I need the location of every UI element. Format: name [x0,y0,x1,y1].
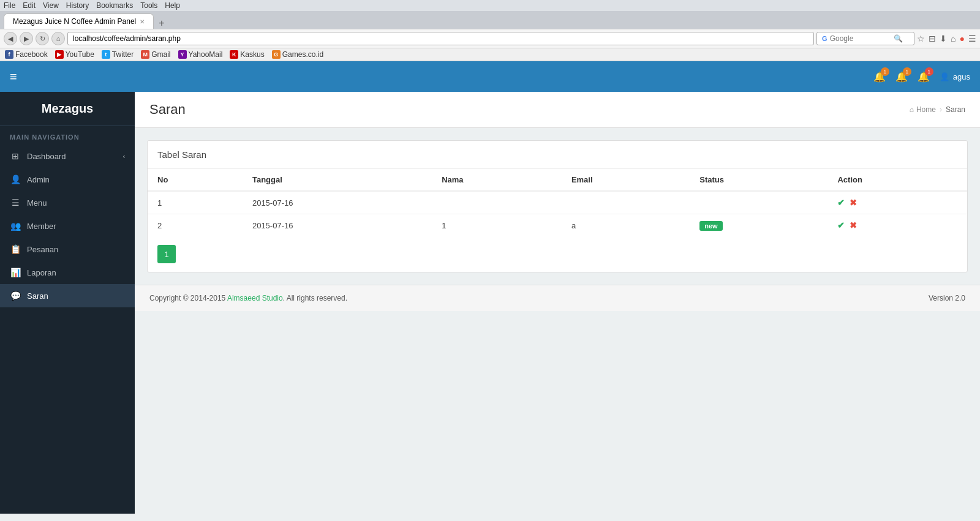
row2-no: 2 [148,214,243,237]
menu-file[interactable]: File [4,1,15,10]
bookmark-yahoomail[interactable]: Y YahooMail [178,50,223,59]
laporan-icon: 📊 [10,268,21,277]
topbar-right: 🔔 1 🔔 1 🔔 1 👤 agus [873,71,970,83]
row2-action: ✔ ✖ [827,214,967,237]
menu-history[interactable]: History [66,1,89,10]
menu-bookmarks[interactable]: Bookmarks [96,1,133,10]
sidebar-brand: Mezagus [0,92,135,126]
sidebar-nav-label: Main Navigation [0,126,135,144]
breadcrumb-separator: › [940,105,942,114]
bookmark-star-icon[interactable]: ☆ [917,34,925,43]
saran-table: No Tanggal Nama Email Status Action 1 [148,169,967,236]
sidebar-item-laporan[interactable]: 📊 Laporan [0,261,135,284]
search-input[interactable] [830,34,891,43]
bookmark-games[interactable]: G Games.co.id [272,50,323,59]
search-icon[interactable]: 🔍 [894,34,903,43]
company-link[interactable]: Almsaeed Studio [227,294,283,302]
user-icon: 👤 [940,72,949,81]
topbar-user[interactable]: 👤 agus [940,72,970,81]
row2-nama: 1 [432,214,562,237]
tab-title: Mezagus Juice N Coffee Admin Panel [13,17,136,26]
topbar: ≡ 🔔 1 🔔 1 🔔 1 👤 agus [0,61,980,92]
menu-help[interactable]: Help [165,1,180,10]
sidebar-member-label: Member [27,222,56,231]
sidebar-dashboard-label: Dashboard [27,152,66,161]
address-input[interactable] [73,34,809,43]
toolbar-icons: ☆ ⊟ ⬇ ⌂ ● ☰ [917,34,976,43]
table-row: 2 2015-07-16 1 a new ✔ ✖ [148,214,967,237]
sidebar-item-dashboard[interactable]: ⊞ Dashboard ‹ [0,144,135,168]
table-row: 1 2015-07-16 ✔ ✖ [148,191,967,214]
app-wrapper: ≡ 🔔 1 🔔 1 🔔 1 👤 agus Mezagus [0,61,980,514]
main-content: Saran ⌂ Home › Saran Tabel Saran [135,92,980,514]
notification-alert[interactable]: 🔔 1 [918,71,930,83]
row2-delete-button[interactable]: ✖ [850,220,857,230]
bookmark-icon[interactable]: ⊟ [929,34,936,43]
forward-button[interactable]: ▶ [20,32,33,45]
menu-icon[interactable]: ☰ [968,34,976,43]
notification-badge1: 1 [881,67,889,76]
sidebar-item-member[interactable]: 👥 Member [0,214,135,238]
sidebar-saran-label: Saran [27,291,48,301]
menu-view[interactable]: View [43,1,59,10]
sidebar-admin-label: Admin [27,175,50,184]
notification-bell1[interactable]: 🔔 1 [873,71,886,83]
bookmark-gmail[interactable]: M Gmail [141,50,170,59]
sidebar-item-menu[interactable]: ☰ Menu [0,191,135,214]
dashboard-arrow-icon: ‹ [123,153,125,160]
status-badge-new: new [699,221,722,231]
bookmark-kaskus[interactable]: K Kaskus [230,50,264,59]
sidebar: Mezagus Main Navigation ⊞ Dashboard ‹ 👤 … [0,92,135,514]
breadcrumb-home[interactable]: ⌂ Home [910,105,936,114]
row1-nama [432,191,562,214]
content-area: Tabel Saran No Tanggal Nama Email Status… [135,128,980,285]
page-header: Saran ⌂ Home › Saran [135,92,980,128]
sidebar-item-admin[interactable]: 👤 Admin [0,168,135,191]
browser-toolbar: ◀ ▶ ↻ ⌂ G 🔍 ☆ ⊟ ⬇ ⌂ ● ☰ [0,29,980,48]
notification-bell2[interactable]: 🔔 1 [895,71,908,83]
menu-edit[interactable]: Edit [23,1,36,10]
bookmark-facebook[interactable]: f Facebook [5,50,48,59]
page-1-button[interactable]: 1 [157,245,176,263]
row1-delete-button[interactable]: ✖ [850,198,857,208]
back-button[interactable]: ◀ [4,32,17,45]
home-icon[interactable]: ⌂ [951,34,956,43]
bookmarks-bar: f Facebook ▶ YouTube t Twitter M Gmail Y… [0,48,980,61]
dashboard-icon: ⊞ [10,151,21,161]
col-tanggal: Tanggal [243,169,432,191]
active-tab[interactable]: Mezagus Juice N Coffee Admin Panel ✕ [4,13,154,29]
row2-approve-button[interactable]: ✔ [837,220,845,230]
new-tab-button[interactable]: + [155,18,168,29]
breadcrumb-current: Saran [946,105,965,114]
footer-version: Version 2.0 [929,294,965,302]
youtube-icon: ▶ [55,50,64,59]
sidebar-item-pesanan[interactable]: 📋 Pesanan [0,238,135,261]
menu-tools[interactable]: Tools [140,1,157,10]
menu-nav-icon: ☰ [10,198,21,208]
row1-no: 1 [148,191,243,214]
download-icon[interactable]: ⬇ [940,34,947,43]
col-no: No [148,169,243,191]
bookmark-youtube[interactable]: ▶ YouTube [55,50,94,59]
refresh-button[interactable]: ↻ [36,32,49,45]
sidebar-menu-label: Menu [27,198,47,208]
col-action: Action [827,169,967,191]
bookmark-facebook-label: Facebook [15,50,48,59]
row1-approve-button[interactable]: ✔ [837,198,845,208]
notification-badge2: 1 [903,67,911,76]
content-wrapper: Mezagus Main Navigation ⊞ Dashboard ‹ 👤 … [0,92,980,514]
username-label: agus [953,72,970,81]
avatar-icon[interactable]: ● [960,34,965,43]
home-button[interactable]: ⌂ [51,32,65,45]
twitter-icon: t [102,50,110,59]
sidebar-brand-title: Mezagus [10,102,125,116]
sidebar-item-saran[interactable]: 💬 Saran [0,284,135,307]
sidebar-toggle-button[interactable]: ≡ [10,70,17,84]
browser-menu: File Edit View History Bookmarks Tools H… [0,0,980,11]
col-nama: Nama [432,169,562,191]
bookmark-twitter[interactable]: t Twitter [102,50,134,59]
tab-close-button[interactable]: ✕ [140,18,145,25]
address-bar[interactable] [67,32,814,45]
search-bar[interactable]: G 🔍 [816,32,914,45]
copyright-text: Copyright © 2014-2015 [149,294,227,302]
